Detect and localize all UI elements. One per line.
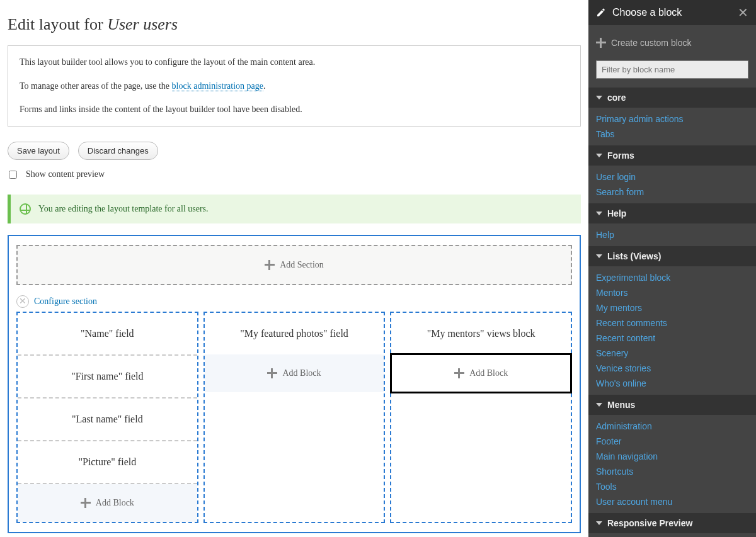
plus-icon — [265, 260, 275, 270]
field-block-first-name[interactable]: "First name" field — [18, 356, 197, 399]
save-layout-button[interactable]: Save layout — [8, 142, 69, 160]
block-link-scenery[interactable]: Scenery — [588, 346, 756, 361]
column-2: "My featured photos" field Add Block — [203, 312, 386, 523]
add-section-button[interactable]: Add Section — [16, 245, 572, 285]
field-block-picture[interactable]: "Picture" field — [18, 441, 197, 484]
column-1: "Name" field "First name" field "Last na… — [16, 312, 198, 523]
info-line-2: To manage other areas of the page, use t… — [20, 80, 569, 93]
plus-icon — [267, 368, 277, 378]
block-link-recent-content[interactable]: Recent content — [588, 331, 756, 346]
pencil-icon — [596, 8, 606, 18]
content-preview-toggle: Show content preview — [8, 169, 581, 181]
field-block-name[interactable]: "Name" field — [18, 313, 197, 356]
group-links: AdministrationFooterMain navigationShort… — [588, 415, 756, 513]
block-link-mentors[interactable]: Mentors — [588, 285, 756, 300]
create-custom-block-button[interactable]: Create custom block — [588, 25, 756, 60]
globe-icon — [20, 203, 31, 215]
block-link-user-account-menu[interactable]: User account menu — [588, 494, 756, 509]
caret-down-icon — [596, 254, 602, 258]
block-link-tabs[interactable]: Tabs — [588, 127, 756, 142]
caret-down-icon — [596, 154, 602, 157]
block-link-my-mentors[interactable]: My mentors — [588, 300, 756, 315]
group-links: User loginSearch form — [588, 166, 756, 203]
block-link-user-login[interactable]: User login — [588, 169, 756, 184]
caret-down-icon — [596, 212, 602, 215]
add-block-button-col3[interactable]: Add Block — [391, 354, 571, 392]
block-link-main-navigation[interactable]: Main navigation — [588, 449, 756, 464]
main-content: Edit layout for User users This layout b… — [0, 0, 588, 537]
plus-icon — [454, 368, 464, 378]
plus-icon — [596, 38, 606, 48]
block-link-tools[interactable]: Tools — [588, 479, 756, 494]
block-link-search-form[interactable]: Search form — [588, 184, 756, 200]
group-header-responsive-preview[interactable]: Responsive Preview — [588, 513, 756, 533]
offcanvas-sidebar: Choose a block ✕ Create custom block cor… — [588, 0, 756, 537]
remove-section-icon[interactable]: ✕ — [16, 295, 29, 308]
configure-section-link[interactable]: Configure section — [34, 297, 97, 307]
add-block-button-col2[interactable]: Add Block — [205, 354, 384, 392]
block-link-experimental-block[interactable]: Experimental block — [588, 270, 756, 285]
page-title-prefix: Edit layout for — [8, 15, 107, 33]
page-title: Edit layout for User users — [8, 15, 581, 34]
group-links: Experimental blockMentorsMy mentorsRecen… — [588, 266, 756, 395]
group-links: Help — [588, 223, 756, 246]
block-link-venice-stories[interactable]: Venice stories — [588, 361, 756, 376]
group-header-help[interactable]: Help — [588, 203, 756, 223]
add-block-button-col1[interactable]: Add Block — [18, 484, 197, 522]
caret-down-icon — [596, 96, 602, 99]
field-block-my-mentors[interactable]: "My mentors" views block — [391, 313, 571, 354]
block-link-administration[interactable]: Administration — [588, 419, 756, 434]
block-link-shortcuts[interactable]: Shortcuts — [588, 464, 756, 479]
filter-wrapper — [588, 60, 756, 88]
discard-changes-button[interactable]: Discard changes — [78, 142, 158, 160]
column-3: "My mentors" views block Add Block — [390, 312, 572, 523]
group-header-core[interactable]: core — [588, 88, 756, 108]
block-link-footer[interactable]: Footer — [588, 434, 756, 449]
block-admin-link[interactable]: block administration page — [172, 81, 263, 91]
block-link-primary-admin-actions[interactable]: Primary admin actions — [588, 111, 756, 127]
offcanvas-title: Choose a block — [612, 7, 738, 18]
content-preview-label[interactable]: Show content preview — [26, 169, 105, 179]
status-text: You are editing the layout template for … — [38, 204, 209, 214]
group-links: Responsive preview controls — [588, 533, 756, 537]
group-header-lists-views-[interactable]: Lists (Views) — [588, 246, 756, 266]
offcanvas-groups: corePrimary admin actionsTabsFormsUser l… — [588, 88, 756, 537]
field-block-last-name[interactable]: "Last name" field — [18, 399, 197, 441]
section-columns: "Name" field "First name" field "Last na… — [16, 312, 572, 523]
filter-input[interactable] — [596, 60, 748, 79]
action-buttons: Save layout Discard changes — [8, 142, 581, 160]
group-header-menus[interactable]: Menus — [588, 395, 756, 415]
info-line-3: Forms and links inside the content of th… — [20, 103, 569, 116]
page-title-entity: User users — [107, 15, 178, 33]
plus-icon — [81, 498, 91, 508]
content-preview-checkbox[interactable] — [9, 171, 17, 179]
group-links: Primary admin actionsTabs — [588, 108, 756, 145]
section-header: ✕ Configure section — [16, 295, 572, 308]
info-box: This layout builder tool allows you to c… — [8, 45, 581, 127]
layout-canvas: Add Section ✕ Configure section "Name" f… — [8, 235, 581, 533]
block-link-recent-comments[interactable]: Recent comments — [588, 315, 756, 331]
info-line-1: This layout builder tool allows you to c… — [20, 56, 569, 69]
block-link-help[interactable]: Help — [588, 227, 756, 242]
offcanvas-titlebar: Choose a block ✕ — [588, 0, 756, 25]
close-icon[interactable]: ✕ — [738, 6, 748, 19]
field-block-featured-photos[interactable]: "My featured photos" field — [205, 313, 384, 354]
block-link-who-s-online[interactable]: Who's online — [588, 376, 756, 391]
group-header-forms[interactable]: Forms — [588, 145, 756, 166]
status-message: You are editing the layout template for … — [8, 195, 581, 223]
caret-down-icon — [596, 521, 602, 525]
caret-down-icon — [596, 403, 602, 407]
